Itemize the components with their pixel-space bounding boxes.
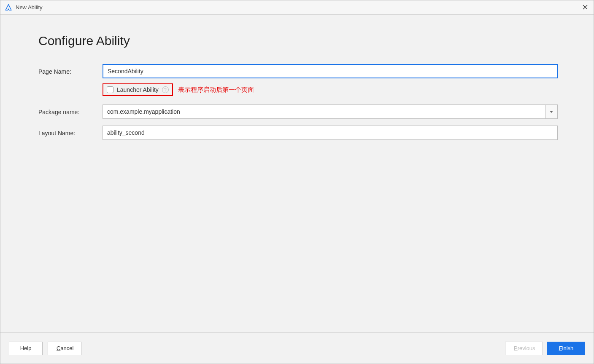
footer: Help Cancel Previous Finish	[0, 332, 594, 364]
page-title: Configure Ability	[38, 34, 558, 48]
finish-button[interactable]: Finish	[547, 342, 585, 355]
help-button[interactable]: Help	[9, 342, 43, 355]
content-area: Configure Ability Page Name: Launcher Ab…	[0, 15, 594, 332]
package-name-dropdown-button[interactable]	[545, 104, 558, 119]
launcher-row: Launcher Ability ? 表示程序启动后第一个页面	[38, 83, 558, 96]
layout-name-label: Layout Name:	[38, 129, 103, 136]
launcher-checkbox[interactable]	[107, 86, 113, 93]
launcher-spacer	[38, 89, 103, 90]
help-icon[interactable]: ?	[162, 86, 169, 93]
layout-name-row: Layout Name:	[38, 126, 558, 140]
package-name-dropdown-wrapper	[103, 104, 558, 119]
titlebar: New Ability	[0, 0, 594, 15]
previous-button: Previous	[505, 342, 543, 355]
chevron-down-icon	[550, 111, 553, 113]
launcher-label: Launcher Ability	[117, 86, 159, 93]
page-name-input[interactable]	[103, 64, 558, 78]
package-name-row: Package name:	[38, 104, 558, 119]
close-icon[interactable]	[583, 4, 588, 11]
launcher-annotation: 表示程序启动后第一个页面	[178, 86, 254, 94]
package-name-input[interactable]	[103, 104, 545, 119]
app-icon	[5, 4, 12, 11]
launcher-checkbox-container: Launcher Ability ?	[103, 83, 173, 96]
page-name-label: Page Name:	[38, 67, 103, 75]
layout-name-input[interactable]	[103, 126, 558, 140]
cancel-button[interactable]: Cancel	[48, 342, 81, 355]
page-name-row: Page Name:	[38, 64, 558, 78]
package-name-label: Package name:	[38, 108, 103, 115]
window-title: New Ability	[16, 4, 43, 11]
